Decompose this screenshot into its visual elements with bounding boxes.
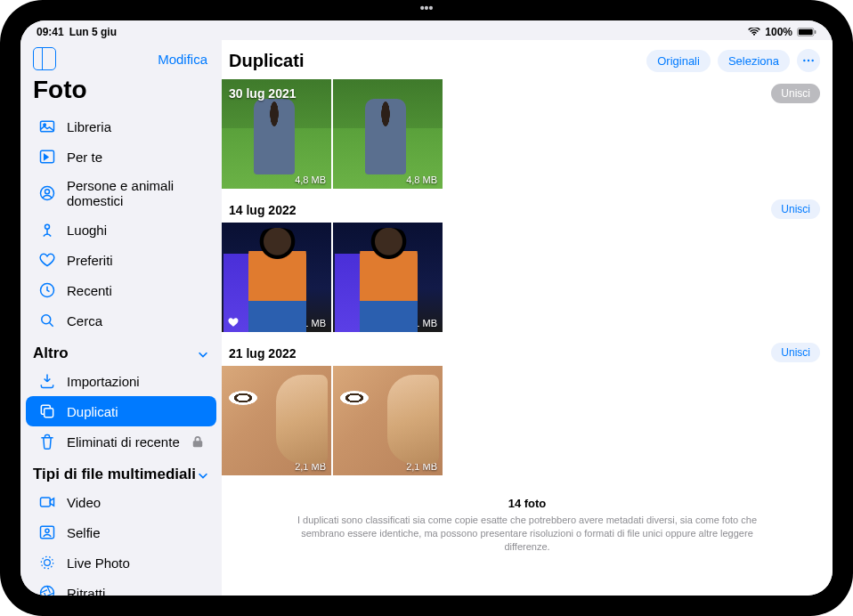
more-options-button[interactable]	[797, 49, 820, 72]
section-label: Altro	[33, 344, 69, 362]
sidebar-item-label: Importazioni	[67, 374, 140, 389]
clock-icon	[38, 281, 56, 299]
sidebar-item-label: Ritratti	[67, 586, 105, 596]
originals-button[interactable]: Originali	[646, 50, 711, 72]
duplicate-group: 30 lug 2021 Unisci 4,8 MB 4,8 MB	[222, 79, 833, 189]
battery-percent: 100%	[765, 26, 792, 38]
duplicates-icon	[38, 402, 56, 420]
sidebar-item-people-pets[interactable]: Persone e animali domestici	[26, 172, 216, 215]
svg-rect-1	[799, 29, 813, 36]
sidebar-item-label: Cerca	[67, 313, 102, 328]
sidebar-item-label: Video	[67, 495, 101, 510]
sidebar-item-label: Libreria	[67, 119, 111, 134]
sidebar-item-recently-deleted[interactable]: Eliminati di recente	[26, 426, 216, 457]
sidebar-item-label: Luoghi	[67, 223, 107, 238]
trash-icon	[38, 433, 56, 450]
livephoto-icon	[38, 554, 56, 571]
svg-point-4	[44, 124, 46, 126]
photo-thumbnail[interactable]: 1,1 MB	[222, 223, 331, 332]
sidebar-item-recents[interactable]: Recenti	[26, 275, 216, 305]
favorite-heart-icon	[227, 316, 240, 328]
svg-point-15	[45, 560, 51, 566]
sidebar-item-label: Duplicati	[67, 404, 118, 419]
merge-button[interactable]: Unisci	[771, 199, 820, 219]
svg-point-14	[45, 529, 49, 532]
heart-icon	[38, 251, 56, 269]
sidebar-item-video[interactable]: Video	[26, 487, 216, 517]
video-icon	[38, 493, 56, 511]
sidebar-item-search[interactable]: Cerca	[26, 305, 216, 336]
edit-sidebar-link[interactable]: Modifica	[158, 52, 207, 67]
page-title: Duplicati	[229, 51, 304, 71]
sidebar-item-label: Live Photo	[67, 555, 130, 571]
selfie-icon	[38, 523, 56, 541]
status-date: Lun 5 giu	[69, 26, 117, 38]
download-icon	[38, 372, 56, 390]
svg-point-18	[803, 60, 805, 61]
svg-rect-12	[41, 498, 51, 507]
search-icon	[38, 312, 56, 329]
photo-thumbnail[interactable]: 1,1 MB	[333, 223, 443, 332]
sidebar-item-places[interactable]: Luoghi	[26, 215, 216, 245]
file-size-label: 2,1 MB	[295, 461, 326, 472]
aperture-icon	[38, 584, 56, 596]
group-date: 30 lug 2021	[229, 86, 297, 101]
status-time: 09:41	[37, 26, 64, 38]
section-label: Tipi di file multimediali	[33, 466, 196, 483]
svg-point-19	[808, 60, 809, 61]
svg-point-16	[41, 556, 53, 568]
sidebar-item-label: Selfie	[67, 525, 101, 540]
chevron-down-icon	[197, 468, 209, 481]
file-size-label: 2,1 MB	[406, 461, 437, 472]
merge-button[interactable]: Unisci	[771, 84, 820, 103]
sidebar-item-imports[interactable]: Importazioni	[26, 366, 216, 396]
sidebar-item-selfie[interactable]: Selfie	[26, 517, 216, 547]
sidebar-item-label: Eliminati di recente	[67, 434, 180, 450]
photo-library-icon	[38, 118, 56, 135]
select-button[interactable]: Seleziona	[718, 50, 790, 72]
toggle-sidebar-button[interactable]	[33, 47, 56, 70]
duplicate-group: 21 lug 2022 Unisci 2,1 MB 2,1 MB	[222, 339, 833, 475]
person-circle-icon	[38, 184, 56, 202]
section-header-altro[interactable]: Altro	[20, 336, 222, 366]
content-area: Duplicati Originali Seleziona 30 lug 202…	[222, 40, 833, 596]
file-size-label: 4,8 MB	[406, 174, 437, 185]
svg-rect-2	[815, 30, 816, 34]
sidebar-item-label: Per te	[67, 150, 102, 165]
sidebar-item-duplicates[interactable]: Duplicati	[26, 396, 216, 426]
sidebar: Modifica Foto Libreria Per te Persone e …	[20, 40, 222, 596]
svg-point-10	[42, 315, 51, 324]
file-size-label: 1,1 MB	[295, 318, 326, 328]
file-size-label: 1,1 MB	[406, 318, 437, 328]
svg-rect-11	[45, 409, 53, 417]
photo-count: 14 foto	[293, 497, 761, 510]
for-you-icon	[38, 148, 56, 166]
sidebar-item-label: Preferiti	[67, 253, 113, 268]
photo-thumbnail[interactable]: 4,8 MB	[333, 79, 443, 189]
wifi-icon	[748, 28, 760, 36]
sidebar-item-label: Recenti	[67, 283, 112, 298]
duplicates-description: I duplicati sono classificati sia come c…	[293, 514, 761, 554]
sidebar-item-favorites[interactable]: Preferiti	[26, 245, 216, 275]
sidebar-item-foryou[interactable]: Per te	[26, 142, 216, 172]
svg-point-8	[45, 224, 50, 229]
merge-button[interactable]: Unisci	[771, 343, 820, 362]
svg-point-7	[45, 190, 50, 194]
file-size-label: 4,8 MB	[295, 174, 326, 185]
svg-point-20	[811, 60, 813, 61]
app-title: Foto	[20, 76, 222, 111]
pin-icon	[38, 221, 56, 239]
photo-thumbnail[interactable]: 2,1 MB	[222, 366, 331, 475]
sidebar-item-livephoto[interactable]: Live Photo	[26, 547, 216, 578]
group-date: 14 lug 2022	[222, 196, 297, 223]
lock-icon	[191, 435, 204, 448]
group-date: 21 lug 2022	[222, 339, 297, 366]
section-header-media-types[interactable]: Tipi di file multimediali	[20, 457, 222, 487]
battery-icon	[797, 28, 816, 36]
sidebar-item-portraits[interactable]: Ritratti	[26, 578, 216, 596]
sidebar-item-library[interactable]: Libreria	[26, 111, 216, 142]
duplicate-group: 14 lug 2022 Unisci 1,1 MB 1,1 MB	[222, 196, 833, 332]
chevron-down-icon	[197, 347, 209, 360]
status-bar: 09:41 Lun 5 giu ••• 100%	[20, 20, 833, 40]
photo-thumbnail[interactable]: 2,1 MB	[333, 366, 443, 475]
